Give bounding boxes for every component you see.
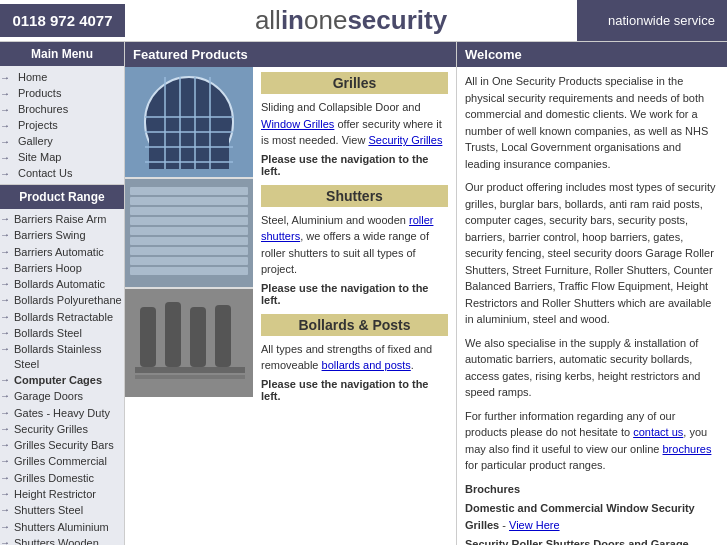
sidebar: Main Menu HomeProductsBrochuresProjectsG… xyxy=(0,42,125,545)
svg-rect-26 xyxy=(190,307,206,367)
product-range-item: Shutters Aluminium xyxy=(0,519,124,535)
main-menu-link[interactable]: Gallery xyxy=(12,133,59,149)
brochure-item-2: Security Roller Shutters Doors and Garag… xyxy=(465,536,719,545)
grilles-title: Grilles xyxy=(261,72,448,94)
product-range-item: Grilles Security Bars xyxy=(0,437,124,453)
main-menu-item: Home xyxy=(0,69,124,85)
product-range-link[interactable]: Gates - Heavy Duty xyxy=(12,405,112,421)
logo-in: in xyxy=(281,5,304,35)
product-range-link[interactable]: Grilles Domestic xyxy=(12,470,96,486)
grilles-desc: Sliding and Collapsible Door and Window … xyxy=(261,99,448,149)
svg-rect-19 xyxy=(130,247,248,255)
svg-rect-20 xyxy=(130,257,248,265)
product-range-item: Height Restrictor xyxy=(0,486,124,502)
nationwide-service: nationwide service xyxy=(577,0,727,41)
bollards-title: Bollards & Posts xyxy=(261,314,448,336)
product-range-link[interactable]: Garage Doors xyxy=(12,388,85,404)
svg-rect-16 xyxy=(130,217,248,225)
svg-rect-14 xyxy=(130,197,248,205)
brochures-section: Brochures Domestic and Commercial Window… xyxy=(465,481,719,546)
grilles-view-here[interactable]: View Here xyxy=(509,519,560,531)
bollards-posts-link[interactable]: bollards and posts xyxy=(322,359,411,371)
svg-rect-22 xyxy=(125,287,253,289)
svg-rect-24 xyxy=(140,307,156,367)
product-range-item: Garage Doors xyxy=(0,388,124,404)
product-range-item: Bollards Automatic xyxy=(0,276,124,292)
welcome-p3: We also specialise in the supply & insta… xyxy=(465,335,719,401)
svg-rect-21 xyxy=(130,267,248,275)
product-range-item: Bollards Stainless Steel xyxy=(0,341,124,372)
product-range-link[interactable]: Barriers Raise Arm xyxy=(12,211,108,227)
svg-rect-13 xyxy=(130,187,248,195)
main-menu-link[interactable]: Home xyxy=(12,69,53,85)
welcome-p4: For further information regarding any of… xyxy=(465,408,719,474)
svg-rect-15 xyxy=(130,207,248,215)
product-range-link[interactable]: Security Grilles xyxy=(12,421,90,437)
product-range-link[interactable]: Barriers Hoop xyxy=(12,260,84,276)
product-range-link[interactable]: Grilles Commercial xyxy=(12,453,109,469)
featured-header: Featured Products xyxy=(125,42,456,67)
product-range-link[interactable]: Grilles Security Bars xyxy=(12,437,116,453)
product-range-link[interactable]: Barriers Swing xyxy=(12,227,88,243)
svg-rect-11 xyxy=(125,177,253,179)
product-range-link[interactable]: Bollards Polyurethane xyxy=(12,292,124,308)
product-range-link[interactable]: Shutters Steel xyxy=(12,502,85,518)
roller-shutters-link[interactable]: roller shutters xyxy=(261,214,433,243)
product-range-link[interactable]: Bollards Retractable xyxy=(12,309,115,325)
bollards-nav-note: Please use the navigation to the left. xyxy=(261,378,448,402)
product-range-link[interactable]: Bollards Steel xyxy=(12,325,84,341)
main-content: Main Menu HomeProductsBrochuresProjectsG… xyxy=(0,42,727,545)
svg-rect-18 xyxy=(130,237,248,245)
shutters-nav-note: Please use the navigation to the left. xyxy=(261,282,448,306)
main-menu-header: Main Menu xyxy=(0,42,124,66)
welcome-header: Welcome xyxy=(457,42,727,67)
product-range-header: Product Range xyxy=(0,185,124,209)
shutters-section: Shutters Steel, Aluminium and wooden rol… xyxy=(261,185,448,306)
main-menu-link[interactable]: Brochures xyxy=(12,101,74,117)
main-menu-link[interactable]: Products xyxy=(12,85,67,101)
product-range-item: Shutters Wooden xyxy=(0,535,124,545)
product-range-list: Barriers Raise ArmBarriers SwingBarriers… xyxy=(0,209,124,545)
product-range-link[interactable]: Barriers Automatic xyxy=(12,244,106,260)
main-menu-list: HomeProductsBrochuresProjectsGallerySite… xyxy=(0,66,124,184)
brochures-link[interactable]: brochures xyxy=(663,443,712,455)
brochures-title: Brochures xyxy=(465,481,719,498)
product-range-link[interactable]: Height Restrictor xyxy=(12,486,98,502)
product-range-link[interactable]: Bollards Automatic xyxy=(12,276,107,292)
product-range-item: Bollards Polyurethane xyxy=(0,292,124,308)
security-grilles-link[interactable]: Security Grilles xyxy=(368,134,442,146)
main-menu-link[interactable]: Site Map xyxy=(12,149,67,165)
logo-security: security xyxy=(347,5,447,35)
svg-rect-2 xyxy=(149,117,229,169)
main-menu-link[interactable]: Contact Us xyxy=(12,165,78,181)
product-range-item: Gates - Heavy Duty xyxy=(0,405,124,421)
main-menu-item: Gallery xyxy=(0,133,124,149)
product-range-item: Barriers Raise Arm xyxy=(0,211,124,227)
grilles-nav-note: Please use the navigation to the left. xyxy=(261,153,448,177)
svg-rect-29 xyxy=(135,375,245,379)
main-menu-item: Contact Us xyxy=(0,165,124,181)
phone-number: 0118 972 4077 xyxy=(0,4,125,37)
welcome-p1: All in One Security Products specialise … xyxy=(465,73,719,172)
main-menu-link[interactable]: Projects xyxy=(12,117,64,133)
contact-us-link[interactable]: contact us xyxy=(633,426,683,438)
svg-rect-25 xyxy=(165,302,181,367)
main-menu-item: Site Map xyxy=(0,149,124,165)
product-range-item: Shutters Steel xyxy=(0,502,124,518)
product-range-item: Grilles Domestic xyxy=(0,470,124,486)
featured-images xyxy=(125,67,253,397)
welcome-panel: Welcome All in One Security Products spe… xyxy=(457,42,727,545)
main-menu-item: Brochures xyxy=(0,101,124,117)
product-range-link[interactable]: Computer Cages xyxy=(12,372,104,388)
product-range-link[interactable]: Bollards Stainless Steel xyxy=(12,341,124,372)
welcome-p2: Our product offering includes most types… xyxy=(465,179,719,328)
window-grilles-link[interactable]: Window Grilles xyxy=(261,118,334,130)
shutters-desc: Steel, Aluminium and wooden roller shutt… xyxy=(261,212,448,278)
main-menu-item: Products xyxy=(0,85,124,101)
featured-content: Featured Products xyxy=(125,42,457,545)
featured-products-text: Grilles Sliding and Collapsible Door and… xyxy=(253,67,456,415)
logo-one: one xyxy=(304,5,347,35)
product-range-item: Bollards Retractable xyxy=(0,309,124,325)
product-range-link[interactable]: Shutters Wooden xyxy=(12,535,101,545)
product-range-link[interactable]: Shutters Aluminium xyxy=(12,519,111,535)
